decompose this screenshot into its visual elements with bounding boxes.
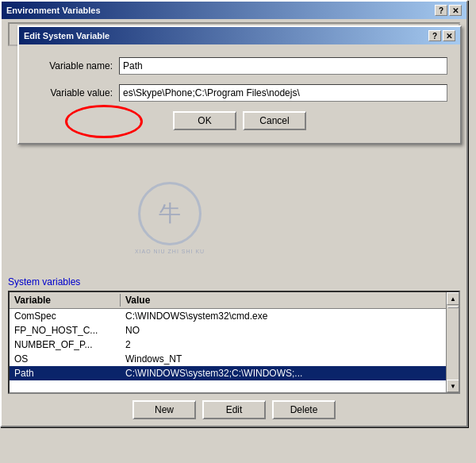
var-name-cell: ComSpec: [10, 310, 121, 322]
var-name-cell: NUMBER_OF_P...: [10, 338, 121, 351]
inner-button-row: OK Cancel: [32, 111, 447, 130]
variable-value-label: Variable value:: [32, 87, 119, 98]
var-value-cell: NO: [121, 324, 459, 337]
var-name-cell: FP_NO_HOST_C...: [10, 324, 121, 337]
table-row[interactable]: ComSpec C:\WINDOWS\system32\cmd.exe: [10, 309, 459, 323]
edit-button[interactable]: Edit: [202, 400, 266, 419]
inner-title-buttons: ? ✕: [428, 30, 455, 41]
environment-variables-window: Environment Variables ? ✕ Edit System Va…: [0, 0, 468, 427]
var-name-cell: Path: [10, 367, 121, 380]
ok-button[interactable]: OK: [173, 111, 236, 130]
table-row[interactable]: NUMBER_OF_P... 2: [10, 338, 459, 352]
new-button[interactable]: New: [132, 400, 196, 419]
bottom-buttons: New Edit Delete: [8, 400, 460, 419]
variable-value-row: Variable value:: [32, 84, 447, 102]
variable-name-row: Variable name:: [32, 57, 447, 75]
outer-close-button[interactable]: ✕: [449, 5, 462, 16]
column-header-variable: Variable: [10, 294, 121, 307]
inner-window-title: Edit System Variable: [24, 31, 109, 41]
outer-title-bar: Environment Variables ? ✕: [2, 2, 466, 19]
system-variables-section: System variables Variable Value ComSpec …: [8, 276, 460, 419]
var-value-cell: C:\WINDOWS\system32;C:\WINDOWS;...: [121, 367, 459, 380]
var-value-cell: 2: [121, 338, 459, 351]
table-body[interactable]: ComSpec C:\WINDOWS\system32\cmd.exe FP_N…: [10, 309, 459, 394]
table-header: Variable Value: [10, 292, 459, 309]
outer-main-content: Edit System Variable ? ✕ Variable name: …: [2, 19, 466, 426]
cancel-button[interactable]: Cancel: [243, 111, 306, 130]
outer-help-button[interactable]: ?: [435, 5, 447, 16]
scroll-down-arrow[interactable]: ▼: [447, 380, 459, 392]
variable-value-input[interactable]: [119, 84, 447, 102]
system-variables-label: System variables: [8, 276, 460, 287]
edit-system-variable-dialog: Edit System Variable ? ✕ Variable name: …: [17, 25, 462, 145]
watermark-text: XIAO NIU ZHI SHI KU: [135, 249, 205, 254]
variable-name-label: Variable name:: [32, 60, 119, 71]
var-value-cell: Windows_NT: [121, 353, 459, 365]
inner-help-button[interactable]: ?: [428, 30, 441, 41]
outer-title-buttons: ? ✕: [435, 5, 462, 16]
var-value-cell: C:\WINDOWS\system32\cmd.exe: [121, 310, 459, 322]
inner-content: Variable name: Variable value: OK Cancel: [19, 44, 460, 143]
var-name-cell: OS: [10, 353, 121, 365]
inner-title-bar: Edit System Variable ? ✕: [19, 27, 460, 44]
ok-highlight-circle: [65, 105, 143, 138]
table-scrollbar[interactable]: ▲ ▼: [446, 292, 459, 392]
table-row[interactable]: OS Windows_NT: [10, 352, 459, 366]
system-variables-table: Variable Value ComSpec C:\WINDOWS\system…: [8, 291, 460, 394]
variable-name-input[interactable]: [119, 57, 447, 75]
delete-button[interactable]: Delete: [272, 400, 336, 419]
column-header-value: Value: [121, 294, 459, 307]
table-row-selected[interactable]: Path C:\WINDOWS\system32;C:\WINDOWS;...: [10, 366, 459, 380]
inner-close-button[interactable]: ✕: [443, 30, 455, 41]
watermark-circle: 牛: [138, 182, 202, 245]
watermark: 牛 XIAO NIU ZHI SHI KU: [122, 170, 217, 265]
table-row[interactable]: FP_NO_HOST_C... NO: [10, 323, 459, 338]
scroll-up-arrow[interactable]: ▲: [447, 292, 459, 305]
outer-window-title: Environment Variables: [6, 6, 101, 15]
